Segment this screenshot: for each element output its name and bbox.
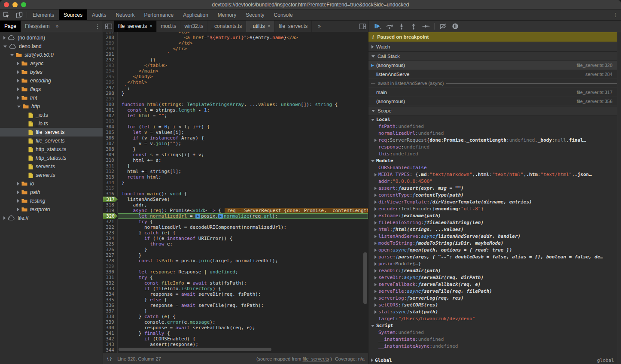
chevron-right-icon[interactable] — [3, 216, 6, 220]
tree-item-deno.land[interactable]: deno.land — [0, 42, 103, 51]
navigator-more-tabs-icon[interactable]: » — [54, 21, 60, 32]
line-number[interactable]: 332 — [103, 280, 118, 286]
line-number[interactable]: 338 — [103, 314, 118, 319]
code-text[interactable]: } — [118, 180, 368, 185]
code-text[interactable]: } — [118, 146, 368, 152]
scope-property[interactable]: __instantiateAsync: undefined — [368, 343, 617, 350]
scope-section-header[interactable]: Scope — [368, 106, 617, 115]
breakpoint-marker[interactable]: 320 — [103, 213, 118, 219]
code-text[interactable]: } else { — [118, 297, 368, 303]
code-text[interactable]: const s = strings[i] + v; — [118, 152, 368, 158]
code-text[interactable]: const fileInfo = await stat(fsPath); — [118, 280, 368, 286]
line-number[interactable]: 294 — [103, 68, 118, 74]
tree-item-flags[interactable]: flags — [0, 85, 103, 94]
line-number[interactable]: 324 — [103, 236, 118, 241]
line-number[interactable]: 296 — [103, 79, 118, 85]
line-number[interactable]: 298 — [103, 91, 118, 96]
tree-item-file_server.ts[interactable]: file_server.ts — [0, 136, 103, 145]
step-out-icon[interactable] — [408, 21, 419, 31]
code-text[interactable]: console.error(e.message); — [118, 319, 368, 325]
scope-property[interactable]: CORSEnabled: false — [368, 164, 617, 171]
line-number[interactable]: 307 — [103, 141, 118, 146]
chevron-down-icon[interactable] — [371, 160, 374, 162]
step-over-icon[interactable] — [384, 21, 395, 31]
step-into-icon[interactable] — [396, 21, 407, 31]
chevron-right-icon[interactable] — [17, 79, 19, 82]
tree-item-textproto[interactable]: textproto — [0, 205, 103, 214]
deactivate-breakpoints-icon[interactable] — [438, 21, 449, 31]
navigator-tab-filesystem[interactable]: Filesystem — [21, 21, 54, 32]
line-number[interactable]: 293 — [103, 63, 118, 68]
tab-sources[interactable]: Sources — [59, 9, 87, 20]
line-number[interactable]: 333 — [103, 286, 118, 291]
tab-performance[interactable]: Performance — [139, 9, 178, 20]
tab-application[interactable]: Application — [178, 9, 213, 20]
inline-breakpoint-icon[interactable] — [218, 214, 223, 218]
line-number[interactable]: 291 — [103, 52, 118, 57]
editor-tab[interactable]: _constants.ts — [207, 21, 246, 32]
code-text[interactable]: for (let i = 0; i < l; i++) { — [118, 124, 368, 130]
scope-section-module[interactable]: Module — [368, 158, 617, 164]
chevron-right-icon[interactable] — [374, 207, 377, 211]
code-text[interactable]: } — [118, 163, 368, 169]
code-text[interactable]: `; — [118, 85, 368, 91]
code-text[interactable] — [118, 185, 368, 191]
chevron-right-icon[interactable] — [374, 310, 377, 314]
code-text[interactable]: throw e; — [118, 241, 368, 247]
line-number[interactable]: 288 — [103, 35, 118, 40]
chevron-right-icon[interactable] — [374, 242, 377, 245]
code-text[interactable]: let html = ""; — [118, 113, 368, 118]
code-text[interactable] — [118, 118, 368, 124]
chevron-right-icon[interactable] — [374, 303, 377, 307]
chevron-right-icon[interactable] — [17, 62, 19, 65]
line-number[interactable]: 315 — [103, 185, 118, 191]
step-icon[interactable] — [420, 21, 431, 31]
line-number[interactable]: 306 — [103, 135, 118, 141]
line-number[interactable]: 309 — [103, 152, 118, 158]
scope-property[interactable]: addr: "0.0.0.0:4500" — [368, 178, 617, 185]
chevron-right-icon[interactable] — [374, 235, 377, 238]
scope-property[interactable]: __instantiate: undefined — [368, 336, 617, 343]
tree-item-std@v0.50.0[interactable]: std@v0.50.0 — [0, 51, 103, 59]
call-stack-frame[interactable]: ▶(anonymous)file_server.ts:320 — [368, 61, 617, 70]
line-number[interactable]: 326 — [103, 247, 118, 252]
scope-property[interactable]: listenAndServe: async ƒ listenAndServe(a… — [368, 233, 617, 240]
line-number[interactable]: 313 — [103, 174, 118, 180]
code-text[interactable]: html += strings[l]; — [118, 169, 368, 174]
code-text[interactable]: normalizedUrl = decodeURIComponent(norma… — [118, 224, 368, 230]
chevron-right-icon[interactable] — [17, 191, 19, 194]
line-number[interactable]: 328 — [103, 258, 118, 264]
watch-section-header[interactable]: Watch — [368, 42, 617, 52]
scope-property[interactable]: req: ServerRequest {done: Promise, _cont… — [368, 137, 617, 144]
scope-property[interactable]: response: undefined — [368, 144, 617, 151]
scope-property[interactable]: readDir: ƒ readDir(path) — [368, 267, 617, 274]
line-number[interactable]: 292 — [103, 57, 118, 63]
code-text[interactable]: </body> — [118, 74, 368, 79]
scope-property[interactable]: modeToString: ƒ modeToString(isDir, mayb… — [368, 240, 617, 247]
call-stack-section-header[interactable]: Call Stack — [368, 52, 617, 61]
code-text[interactable] — [118, 264, 368, 269]
editor-tab[interactable]: file_server.ts× — [114, 21, 157, 32]
line-number[interactable]: 302 — [103, 113, 118, 118]
code-text[interactable]: let response: Response | undefined; — [118, 269, 368, 275]
tree-item-fmt[interactable]: fmt — [0, 94, 103, 102]
line-number[interactable]: 308 — [103, 146, 118, 152]
chevron-right-icon[interactable] — [17, 96, 19, 100]
scope-property[interactable]: assert: ƒ assert(expr, msg = "") — [368, 185, 617, 192]
code-text[interactable]: if (v instanceof Array) { — [118, 135, 368, 141]
tree-item-io[interactable]: io — [0, 179, 103, 188]
line-number[interactable]: 341 — [103, 331, 118, 336]
line-number[interactable]: 301 — [103, 107, 118, 113]
line-number[interactable]: 340 — [103, 325, 118, 331]
scope-property[interactable]: html: ƒ html(strings, ...values) — [368, 226, 617, 233]
tree-item-testing[interactable]: testing — [0, 197, 103, 205]
pause-on-exceptions-icon[interactable] — [450, 21, 461, 31]
line-number[interactable]: 318 — [103, 202, 118, 208]
chevron-right-icon[interactable] — [374, 255, 377, 259]
call-stack-frame[interactable]: mainfile_server.ts:317 — [368, 88, 617, 97]
tree-item-file-[interactable]: file:// — [0, 214, 103, 222]
tab-elements[interactable]: Elements — [28, 9, 59, 20]
chevron-right-icon[interactable] — [374, 228, 377, 231]
chevron-down-icon[interactable] — [17, 106, 21, 108]
line-number[interactable]: 339 — [103, 319, 118, 325]
